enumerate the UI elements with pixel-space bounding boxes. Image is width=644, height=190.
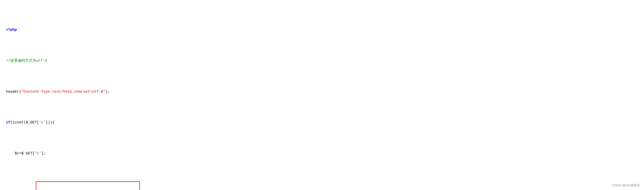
highlighted-echo-section: echo $c;//输出变量$c接受到的值，再进行过滤前进行输出 echo "<… bbox=[36, 181, 140, 190]
line-1: <?php bbox=[2, 27, 644, 34]
echo-highlight-block: echo $c;//输出变量$c接受到的值，再进行过滤前进行输出 echo "<… bbox=[13, 175, 140, 190]
code-display: <?php //设置编码方式为utf-8 header("Content-Typ… bbox=[0, 3, 644, 190]
line-5: $c=$ GET['c']; bbox=[2, 150, 644, 157]
line-3-content: header("Content-Type:text/html;charset=u… bbox=[2, 89, 644, 95]
code-container: <?php //设置编码方式为utf-8 header("Content-Typ… bbox=[0, 0, 644, 190]
line-2: //设置编码方式为utf-8 bbox=[2, 58, 644, 64]
footer-attribution: CSDN @cen道取名 bbox=[612, 183, 640, 188]
line-2-content: //设置编码方式为utf-8 bbox=[2, 58, 644, 64]
line-3: header("Content-Type:text/html;charset=u… bbox=[2, 89, 644, 95]
line-4-content: if(isset($_GET['c'])){ bbox=[2, 120, 644, 126]
line-4: if(isset($_GET['c'])){ bbox=[2, 119, 644, 126]
line-1-content: <?php bbox=[2, 27, 644, 33]
line-5-content: $c=$ GET['c']; bbox=[2, 151, 644, 157]
